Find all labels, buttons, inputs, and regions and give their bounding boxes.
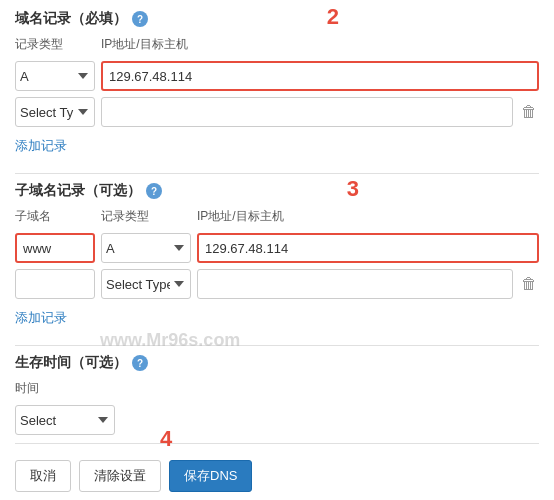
domain-records-help-icon[interactable]: ? — [132, 11, 148, 27]
domain-add-record-link[interactable]: 添加记录 — [15, 137, 67, 155]
subdomain-ip-2[interactable] — [197, 269, 513, 299]
col-header-ip-sub: IP地址/目标主机 — [197, 208, 539, 225]
cancel-button[interactable]: 取消 — [15, 460, 71, 492]
subdomain-records-help-icon[interactable]: ? — [146, 183, 162, 199]
subdomain-ip-1[interactable] — [197, 233, 539, 263]
ttl-select[interactable]: Select 300 600 900 1800 3600 7200 14400 … — [15, 405, 115, 435]
col-header-record-type-sub: 记录类型 — [101, 208, 191, 225]
col-header-subdomain: 子域名 — [15, 208, 95, 225]
domain-delete-icon-2[interactable]: 🗑 — [519, 103, 539, 121]
col-header-ip: IP地址/目标主机 — [101, 36, 539, 53]
subdomain-name-1[interactable] — [15, 233, 95, 263]
subdomain-add-record-link[interactable]: 添加记录 — [15, 309, 67, 327]
ttl-help-icon[interactable]: ? — [132, 355, 148, 371]
subdomain-name-2[interactable] — [15, 269, 95, 299]
domain-record-type-1[interactable]: A AAAA CNAME MX TXT — [15, 61, 95, 91]
step4-badge: 4 — [160, 428, 172, 450]
subdomain-delete-icon-2[interactable]: 🗑 — [519, 275, 539, 293]
domain-ip-1[interactable] — [101, 61, 539, 91]
subdomain-record-type-2[interactable]: Select Type A AAAA CNAME — [101, 269, 191, 299]
subdomain-record-type-1[interactable]: A AAAA CNAME MX — [101, 233, 191, 263]
ttl-title: 生存时间（可选） — [15, 354, 127, 372]
subdomain-records-title: 子域名记录（可选） — [15, 182, 141, 200]
clear-button[interactable]: 清除设置 — [79, 460, 161, 492]
col-header-time: 时间 — [15, 380, 115, 397]
step2-badge: 2 — [327, 6, 339, 28]
domain-record-type-2[interactable]: Select Type A AAAA CNAME MX — [15, 97, 95, 127]
save-dns-button[interactable]: 保存DNS — [169, 460, 252, 492]
step3-badge: 3 — [347, 178, 359, 200]
col-header-record-type: 记录类型 — [15, 36, 95, 53]
domain-ip-2[interactable] — [101, 97, 513, 127]
domain-records-title: 域名记录（必填） — [15, 10, 127, 28]
